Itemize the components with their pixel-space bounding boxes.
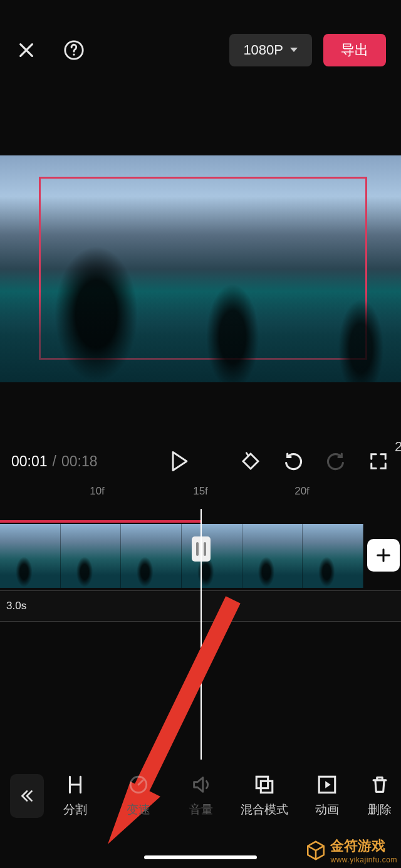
help-button[interactable] <box>63 39 85 61</box>
play-button[interactable] <box>164 446 195 477</box>
time-display: 00:01 / 00:18 <box>11 453 98 470</box>
clip-thumbnail[interactable] <box>61 524 122 588</box>
home-indicator <box>144 855 257 859</box>
ruler-tick: 20f <box>294 485 310 498</box>
fullscreen-button[interactable] <box>367 450 390 473</box>
tool-label: 删除 <box>368 802 392 818</box>
animation-icon <box>316 774 338 795</box>
right-edge-label: 2 <box>395 439 401 455</box>
playhead[interactable] <box>200 509 202 760</box>
tool-label: 混合模式 <box>241 802 288 818</box>
plus-icon <box>375 546 392 564</box>
keyframe-button[interactable] <box>239 450 262 473</box>
undo-button[interactable] <box>282 450 305 473</box>
close-button[interactable] <box>15 39 38 61</box>
play-icon <box>170 451 189 472</box>
clip-thumbnail[interactable] <box>182 524 242 588</box>
timeline-ruler[interactable]: 10f 15f 20f <box>0 485 401 504</box>
tool-blend[interactable]: 混合模式 <box>232 774 295 818</box>
tool-delete[interactable]: 删除 <box>358 774 401 818</box>
track-duration-label: 3.0s <box>6 600 26 612</box>
delete-icon <box>369 774 390 795</box>
video-preview[interactable] <box>0 155 401 382</box>
close-icon <box>16 40 36 60</box>
volume-icon <box>190 774 212 795</box>
time-separator: / <box>53 453 56 470</box>
svg-point-1 <box>73 53 75 55</box>
cube-icon <box>305 840 326 861</box>
split-icon <box>65 774 86 795</box>
chevron-down-icon <box>289 47 298 53</box>
tool-speed[interactable]: 变速 <box>107 774 169 818</box>
total-duration: 00:18 <box>61 453 98 470</box>
tool-animation[interactable]: 动画 <box>296 774 358 818</box>
redo-icon <box>326 451 346 471</box>
export-label: 导出 <box>341 41 368 60</box>
svg-rect-6 <box>261 781 272 792</box>
watermark-subtitle: www.yikajinfu.com <box>330 855 397 864</box>
ruler-tick: 15f <box>193 485 208 498</box>
tool-label: 音量 <box>189 802 213 818</box>
tool-label: 分割 <box>63 802 87 818</box>
clip-thumbnail[interactable] <box>0 524 61 588</box>
keyframe-icon <box>241 451 261 471</box>
back-button[interactable] <box>10 774 44 818</box>
blend-icon <box>254 774 275 795</box>
add-clip-button[interactable] <box>367 539 400 572</box>
watermark: 金符游戏 www.yikajinfu.com <box>305 837 397 864</box>
chevron-double-left-icon <box>19 788 35 804</box>
watermark-title: 金符游戏 <box>330 838 385 854</box>
resolution-button[interactable]: 1080P <box>229 34 312 66</box>
edit-toolbar: 分割 变速 音量 混合模式 动画 删除 <box>0 761 401 830</box>
clip-thumbnail[interactable] <box>303 524 363 588</box>
resolution-label: 1080P <box>243 42 283 58</box>
export-button[interactable]: 导出 <box>323 34 386 66</box>
svg-rect-5 <box>256 776 268 788</box>
crop-rectangle[interactable] <box>39 177 367 360</box>
fullscreen-icon <box>369 452 388 471</box>
tool-label: 动画 <box>315 802 339 818</box>
transport-bar: 00:01 / 00:18 <box>0 439 401 484</box>
current-time: 00:01 <box>11 453 48 470</box>
tool-list: 分割 变速 音量 混合模式 动画 删除 <box>44 774 401 818</box>
help-icon <box>63 39 85 61</box>
tool-volume[interactable]: 音量 <box>170 774 232 818</box>
redo-button[interactable] <box>325 450 347 473</box>
timeline-segment-indicator <box>0 520 200 523</box>
tool-label: 变速 <box>127 802 150 818</box>
undo-icon <box>283 451 303 471</box>
clip-thumbnail[interactable] <box>121 524 182 588</box>
tool-split[interactable]: 分割 <box>44 774 107 818</box>
clip-thumbnail[interactable] <box>242 524 303 588</box>
header-bar: 1080P 导出 <box>0 0 401 100</box>
speed-icon <box>128 774 149 795</box>
ruler-tick: 10f <box>90 485 105 498</box>
clip-track[interactable] <box>0 524 363 588</box>
